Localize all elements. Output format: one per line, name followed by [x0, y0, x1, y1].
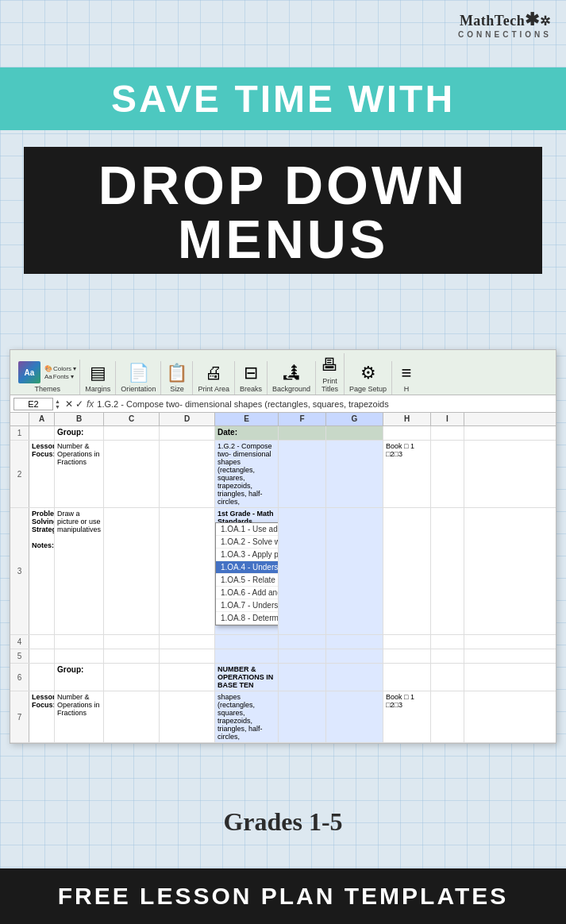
dropdown-item-2[interactable]: 1.OA.2 - Solve word problems that call f… — [216, 536, 279, 549]
themes-icon[interactable]: Aa — [18, 361, 40, 383]
print-titles-label[interactable]: PrintTitles — [322, 377, 338, 393]
cell-d7[interactable] — [160, 691, 215, 742]
cell-c6[interactable] — [104, 664, 160, 691]
cell-c5[interactable] — [104, 649, 160, 663]
cell-c7[interactable] — [104, 691, 160, 742]
cell-a2[interactable]: LessonFocus: — [29, 441, 55, 507]
dropdown-item-1[interactable]: 1.OA.1 - Use addition and subtraction wi… — [216, 523, 279, 536]
cell-f7[interactable] — [279, 691, 326, 742]
cell-f4[interactable] — [279, 635, 326, 649]
cancel-icon[interactable]: ✕ — [65, 398, 73, 410]
cell-e1[interactable]: Date: — [215, 426, 279, 440]
cell-a4[interactable] — [29, 635, 55, 649]
cell-b6[interactable]: Group: — [55, 664, 104, 691]
cell-e4[interactable] — [215, 635, 279, 649]
cell-a5[interactable] — [29, 649, 55, 663]
cell-f5[interactable] — [279, 649, 326, 663]
dropdown-item-4[interactable]: 1.OA.4 - Understand subtraction as an un… — [216, 561, 279, 574]
cell-f6[interactable] — [279, 664, 326, 691]
cell-i3[interactable] — [431, 508, 464, 634]
cell-b7[interactable]: Number & Operations in Fractions — [55, 691, 104, 742]
formula-arrows: ▲ ▼ — [55, 398, 60, 410]
cell-f2[interactable] — [279, 441, 326, 507]
cell-c2[interactable] — [104, 441, 160, 507]
h-label[interactable]: H — [404, 385, 410, 393]
themes-label: Themes — [18, 385, 76, 393]
colors-swatch: 🎨 — [44, 365, 52, 372]
cell-i2[interactable] — [431, 441, 464, 507]
background-label[interactable]: Background — [272, 385, 310, 393]
colors-button[interactable]: 🎨 Colors ▾ — [44, 365, 76, 372]
cell-d2[interactable] — [160, 441, 215, 507]
col-header-a: A — [29, 413, 55, 425]
dropdown-item-7[interactable]: 1.OA.7 - Understand the meaning of the e… — [216, 599, 279, 612]
cell-reference[interactable] — [13, 398, 53, 410]
cell-b5[interactable] — [55, 649, 104, 663]
standards-dropdown[interactable]: 1.OA.1 - Use addition and subtraction wi… — [215, 522, 279, 626]
cell-g4[interactable] — [326, 635, 383, 649]
cell-g7[interactable] — [326, 691, 383, 742]
cell-a3[interactable]: ProblemSolvingStrategies:Notes: — [29, 508, 55, 634]
cell-e6[interactable]: NUMBER & OPERATIONS IN BASE TEN — [215, 664, 279, 691]
cell-b1[interactable]: Group: — [55, 426, 104, 440]
cell-e2[interactable]: 1.G.2 - Compose two- dimensional shapes … — [215, 441, 279, 507]
cell-a7[interactable]: LessonFocus: — [29, 691, 55, 742]
cell-d4[interactable] — [160, 635, 215, 649]
cell-a1[interactable] — [29, 426, 55, 440]
cell-g6[interactable] — [326, 664, 383, 691]
dropdown-item-3[interactable]: 1.OA.3 - Apply properties of operations … — [216, 549, 279, 561]
fonts-button[interactable]: Aa Fonts ▾ — [44, 373, 76, 380]
cell-c4[interactable] — [104, 635, 160, 649]
cell-i6[interactable] — [431, 664, 464, 691]
cell-d1[interactable] — [160, 426, 215, 440]
cell-h7[interactable]: Book □ 1□2□3 — [383, 691, 431, 742]
save-time-banner: SAVE TIME WITH — [0, 67, 566, 130]
cell-h2[interactable]: Book □ 1□2□3 — [383, 441, 431, 507]
orientation-label[interactable]: Orientation — [121, 385, 156, 393]
dropdown-item-5[interactable]: 1.OA.5 - Relate counting to addition and… — [216, 574, 279, 587]
cell-e7[interactable]: shapes (rectangles, squares, trapezoids,… — [215, 691, 279, 742]
size-label[interactable]: Size — [170, 385, 184, 393]
ribbon-themes-group: Aa 🎨 Colors ▾ Aa Fonts ▾ Themes — [15, 360, 80, 395]
dropdown-item-8[interactable]: 1.OA.8 - Determine the unknown whole num… — [216, 612, 279, 625]
cell-f3[interactable] — [279, 508, 326, 634]
cell-e3[interactable]: 1st Grade - Math Standards OPERATIONS & … — [215, 508, 279, 634]
cell-h1[interactable] — [383, 426, 431, 440]
cell-i7[interactable] — [431, 691, 464, 742]
row-num-3: 3 — [10, 508, 29, 634]
colors-label: Colors ▾ — [53, 365, 76, 372]
margins-label[interactable]: Margins — [85, 385, 110, 393]
cell-c3[interactable] — [104, 508, 160, 634]
cell-g1[interactable] — [326, 426, 383, 440]
cell-f1[interactable] — [279, 426, 326, 440]
brand-star2: ✲ — [540, 14, 551, 28]
table-row: 6 Group: NUMBER & OPERATIONS IN BASE TEN — [10, 664, 556, 691]
brand-star: ✱ — [525, 10, 540, 29]
print-area-label[interactable]: Print Area — [198, 385, 229, 393]
dropdown-item-6[interactable]: 1.OA.6 - Add and subtract within 20, dem… — [216, 587, 279, 599]
cell-i4[interactable] — [431, 635, 464, 649]
cell-e5[interactable] — [215, 649, 279, 663]
confirm-icon[interactable]: ✓ — [75, 398, 83, 410]
cell-a6[interactable] — [29, 664, 55, 691]
cell-i5[interactable] — [431, 649, 464, 663]
cell-d5[interactable] — [160, 649, 215, 663]
cell-b3[interactable]: Draw a picture or use manipulatives — [55, 508, 104, 634]
cell-h5[interactable] — [383, 649, 431, 663]
breaks-label[interactable]: Breaks — [240, 385, 262, 393]
cell-g5[interactable] — [326, 649, 383, 663]
cell-d3[interactable] — [160, 508, 215, 634]
breaks-icon: ⊟ — [244, 363, 258, 383]
cell-h3[interactable] — [383, 508, 431, 634]
cell-b4[interactable] — [55, 635, 104, 649]
cell-b2[interactable]: Number & Operations in Fractions — [55, 441, 104, 507]
cell-g2[interactable] — [326, 441, 383, 507]
cell-c1[interactable] — [104, 426, 160, 440]
cell-g3[interactable] — [326, 508, 383, 634]
page-setup-label[interactable]: Page Setup — [349, 385, 387, 393]
ribbon-orientation-group: 📄 Orientation — [116, 361, 161, 395]
cell-i1[interactable] — [431, 426, 464, 440]
cell-h6[interactable] — [383, 664, 431, 691]
cell-h4[interactable] — [383, 635, 431, 649]
cell-d6[interactable] — [160, 664, 215, 691]
